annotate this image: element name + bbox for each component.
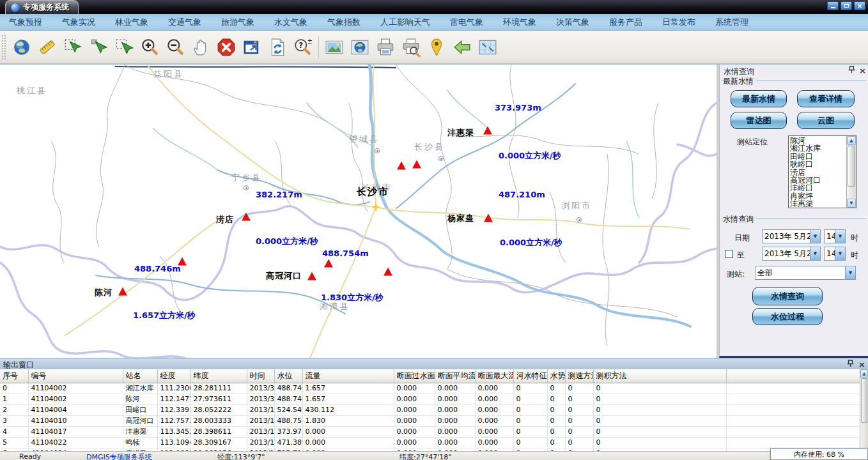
new-window-tool-icon[interactable] bbox=[239, 34, 265, 60]
table-cell: 0 bbox=[565, 394, 593, 404]
menu-item[interactable]: 决策气象 bbox=[556, 17, 589, 28]
table-row[interactable]: 341104010高冠河口112.75722228.0033332013/1/6… bbox=[0, 415, 860, 426]
output-pin-icon[interactable] bbox=[847, 360, 854, 369]
chevron-down-icon[interactable]: ▼ bbox=[810, 247, 820, 260]
table-row[interactable]: 241104004田峪口112.33916728.0522222013/1/6 … bbox=[0, 404, 860, 415]
print-preview-tool-icon[interactable] bbox=[398, 34, 424, 60]
column-header[interactable]: 断面平均流 bbox=[435, 369, 475, 383]
menu-item[interactable]: 气象指数 bbox=[327, 17, 360, 28]
map-canvas[interactable]: 桃江县益阳县宁乡县望城县长沙县长沙市长沙市浏阳市湘潭县沣惠渠杨家蛊涝店高冠河口陈… bbox=[0, 65, 717, 358]
panel-pin-icon[interactable] bbox=[848, 66, 855, 75]
latest-water-button[interactable]: 最新水情 bbox=[731, 90, 787, 107]
chevron-down-icon[interactable]: ▼ bbox=[810, 230, 820, 243]
back-arrow-tool-icon[interactable] bbox=[449, 34, 475, 60]
column-header[interactable]: 河水特征码 bbox=[513, 369, 547, 383]
station-list-item[interactable]: 沣峪口 bbox=[790, 184, 846, 192]
zoom-in-tool-icon[interactable] bbox=[137, 34, 162, 60]
date-combo-2[interactable]: 2013年 5月20日▼ bbox=[762, 247, 821, 261]
scroll-down-icon[interactable]: ▼ bbox=[847, 199, 856, 208]
column-header[interactable]: 测速方法 bbox=[565, 369, 593, 383]
column-header[interactable]: 纬度 bbox=[190, 369, 247, 383]
menu-item[interactable]: 雷电气象 bbox=[450, 17, 483, 28]
print-tool-icon[interactable] bbox=[373, 34, 398, 60]
hour-combo-2[interactable]: 14▼ bbox=[824, 247, 846, 261]
globe-tool-icon[interactable] bbox=[9, 34, 35, 60]
column-header[interactable]: 经度 bbox=[157, 369, 190, 383]
date-combo-1[interactable]: 2013年 5月20日▼ bbox=[762, 229, 821, 243]
station-list-scrollbar[interactable]: ▲ ▼ bbox=[846, 136, 856, 208]
water-query-button[interactable]: 水情查询 bbox=[752, 287, 823, 305]
menu-item[interactable]: 环境气象 bbox=[503, 17, 536, 28]
column-header[interactable]: 序号 bbox=[0, 369, 28, 383]
output-close-icon[interactable]: × bbox=[858, 361, 865, 369]
scroll-up-icon[interactable]: ▲ bbox=[847, 136, 856, 145]
station-list-item[interactable]: 耿峪口 bbox=[790, 160, 846, 168]
minimize-button[interactable] bbox=[827, 1, 839, 10]
table-row[interactable]: 041104002湘江水库111.23000028.2811112013/3/1… bbox=[0, 383, 860, 394]
menu-item[interactable]: 旅游气象 bbox=[221, 17, 254, 28]
radar-chart-button[interactable]: 雷达图 bbox=[731, 112, 787, 129]
table-row[interactable]: 141104002陈河112.14777827.9736112013/3/14 … bbox=[0, 394, 860, 404]
column-header[interactable]: 断面过水面 bbox=[394, 369, 435, 383]
maximize-button[interactable] bbox=[841, 1, 852, 10]
chevron-down-icon[interactable]: ▼ bbox=[835, 230, 845, 243]
column-header[interactable]: 水势 bbox=[547, 369, 565, 383]
map-image-tool-icon[interactable] bbox=[347, 34, 373, 60]
column-header[interactable] bbox=[727, 369, 860, 383]
menu-item[interactable]: 人工影响天气 bbox=[380, 17, 430, 28]
locate-pin-tool-icon[interactable] bbox=[424, 34, 449, 60]
scroll-thumb[interactable] bbox=[848, 146, 855, 187]
column-header[interactable]: 断面最大流 bbox=[475, 369, 513, 383]
table-cell: 1.657 bbox=[302, 383, 394, 394]
scroll-thumb[interactable] bbox=[861, 378, 867, 423]
menu-item[interactable]: 气象实况 bbox=[62, 17, 95, 28]
menu-item[interactable]: 气象预报 bbox=[9, 17, 42, 28]
column-header[interactable]: 测积方法 bbox=[593, 369, 727, 383]
table-cell: 430.112 bbox=[302, 404, 394, 415]
station-listbox[interactable]: 陈河湘江水库田峪口耿峪口涝店高冠河口沣峪口冉家坪沣惠渠 ▲ ▼ bbox=[788, 135, 856, 208]
menu-item[interactable]: 林业气象 bbox=[115, 17, 148, 28]
scroll-up-icon[interactable]: ▲ bbox=[860, 369, 868, 378]
column-header[interactable]: 水位 bbox=[274, 369, 302, 383]
stop-tool-icon[interactable] bbox=[213, 34, 239, 60]
toolbar-grip-handle[interactable] bbox=[1, 34, 6, 60]
column-header[interactable]: 时间 bbox=[247, 369, 274, 383]
image-export-tool-icon[interactable] bbox=[322, 34, 347, 60]
water-level-process-button[interactable]: 水位过程 bbox=[752, 308, 823, 325]
close-button[interactable]: × bbox=[854, 1, 865, 10]
station-list-item[interactable]: 湘江水库 bbox=[790, 144, 846, 152]
refresh-tool-icon[interactable] bbox=[265, 34, 290, 60]
cloud-chart-button[interactable]: 云图 bbox=[797, 112, 855, 129]
zoom-help-tool-icon[interactable]: ?± bbox=[290, 34, 316, 60]
select-dotted-tool-icon[interactable] bbox=[60, 34, 86, 60]
column-header[interactable]: 流量 bbox=[302, 369, 394, 383]
table-cell bbox=[727, 394, 860, 404]
column-header[interactable]: 站名 bbox=[123, 369, 157, 383]
view-detail-button[interactable]: 查看详情 bbox=[797, 90, 855, 107]
hour-combo-1[interactable]: 14▼ bbox=[824, 229, 846, 243]
pan-hand-tool-icon[interactable] bbox=[188, 34, 213, 60]
table-cell bbox=[727, 383, 860, 394]
panel-close-icon[interactable]: × bbox=[859, 67, 866, 75]
menu-item[interactable]: 交通气象 bbox=[168, 17, 201, 28]
chevron-down-icon[interactable]: ▼ bbox=[835, 247, 845, 260]
zoom-out-tool-icon[interactable] bbox=[162, 34, 188, 60]
to-date-checkbox[interactable] bbox=[725, 250, 733, 258]
chevron-down-icon[interactable]: ▼ bbox=[845, 266, 855, 279]
select-tool-icon[interactable] bbox=[86, 34, 111, 60]
column-header[interactable]: 编号 bbox=[28, 369, 123, 383]
menu-item[interactable]: 系统管理 bbox=[715, 17, 748, 28]
menu-item[interactable]: 服务产品 bbox=[609, 17, 642, 28]
table-row[interactable]: 441104017沣惠渠113.34527828.3986112013/1/6 … bbox=[0, 426, 860, 437]
menu-item[interactable]: 水文气象 bbox=[274, 17, 307, 28]
output-scrollbar[interactable]: ▲ bbox=[860, 369, 868, 451]
select-area-tool-icon[interactable] bbox=[111, 34, 137, 60]
station-combo[interactable]: 全部▼ bbox=[755, 266, 856, 280]
station-list-item[interactable]: 沣惠渠 bbox=[790, 200, 846, 207]
menu-item[interactable]: 日常发布 bbox=[662, 17, 695, 28]
measure-tool-icon[interactable] bbox=[35, 34, 60, 60]
table-cell: 0 bbox=[565, 437, 593, 448]
map-label: 益阳县 bbox=[153, 68, 184, 80]
table-row[interactable]: 541104022鸣犊113.10944428.3091672013/1/6 1… bbox=[0, 437, 860, 448]
full-extent-tool-icon[interactable] bbox=[475, 34, 500, 60]
